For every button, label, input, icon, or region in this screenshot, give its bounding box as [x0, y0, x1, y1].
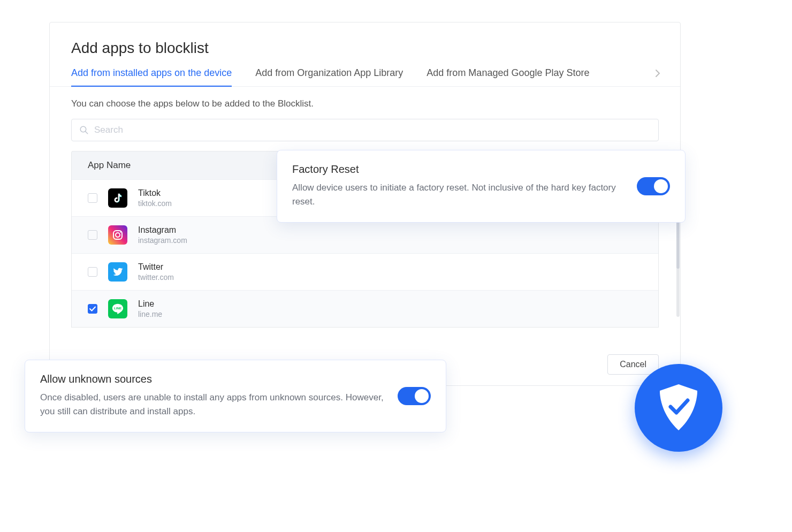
checkbox-twitter[interactable] — [88, 267, 97, 277]
app-info: Line line.me — [138, 299, 162, 318]
hint-text: You can choose the apps below to be adde… — [71, 98, 659, 109]
app-sub: line.me — [138, 310, 162, 318]
cancel-button[interactable]: Cancel — [607, 354, 659, 375]
svg-point-3 — [116, 233, 120, 237]
shield-check-icon — [656, 382, 702, 434]
app-name: Line — [138, 299, 162, 309]
app-sub: instagram.com — [138, 236, 187, 245]
svg-line-1 — [85, 131, 88, 134]
app-info: Tiktok tiktok.com — [138, 188, 172, 208]
search-input[interactable] — [94, 125, 651, 135]
checkbox-line[interactable] — [88, 304, 97, 314]
app-name: Twitter — [138, 262, 174, 272]
search-box[interactable] — [71, 119, 659, 141]
tab-managed-play[interactable]: Add from Managed Google Play Store — [427, 67, 589, 86]
svg-text:LINE: LINE — [114, 306, 121, 310]
checkbox-instagram[interactable] — [88, 230, 97, 240]
dialog-header: Add apps to blocklist — [50, 22, 680, 67]
tabs-scroll-right-icon[interactable] — [654, 69, 661, 81]
card-content: Allow unknown sources Once disabled, use… — [40, 373, 385, 419]
factory-reset-desc: Allow device users to initiate a factory… — [292, 181, 624, 209]
tab-installed-apps[interactable]: Add from installed apps on the device — [71, 67, 232, 86]
app-icon-instagram — [108, 225, 127, 245]
app-icon-tiktok — [108, 188, 127, 208]
app-name: Instagram — [138, 225, 187, 235]
unknown-sources-title: Allow unknown sources — [40, 373, 385, 385]
checkbox-tiktok[interactable] — [88, 193, 97, 203]
factory-reset-title: Factory Reset — [292, 163, 624, 176]
dialog-footer: Cancel — [607, 354, 659, 375]
app-icon-twitter — [108, 262, 127, 282]
factory-reset-toggle[interactable] — [637, 177, 670, 195]
unknown-sources-card: Allow unknown sources Once disabled, use… — [25, 360, 446, 432]
app-row-line[interactable]: LINE Line line.me — [72, 290, 658, 327]
app-icon-line: LINE — [108, 299, 127, 318]
shield-check-badge — [635, 364, 722, 452]
app-name: Tiktok — [138, 188, 172, 198]
dialog-title: Add apps to blocklist — [71, 40, 659, 57]
app-sub: tiktok.com — [138, 199, 172, 208]
tab-org-library[interactable]: Add from Organization App Library — [255, 67, 403, 86]
app-row-twitter[interactable]: Twitter twitter.com — [72, 253, 658, 290]
card-content: Factory Reset Allow device users to init… — [292, 163, 624, 209]
app-info: Instagram instagram.com — [138, 225, 187, 245]
unknown-sources-toggle[interactable] — [398, 387, 431, 405]
app-sub: twitter.com — [138, 273, 174, 282]
search-icon — [79, 125, 89, 135]
tabs-bar: Add from installed apps on the device Ad… — [50, 67, 680, 87]
factory-reset-card: Factory Reset Allow device users to init… — [277, 150, 686, 223]
svg-point-4 — [120, 231, 121, 232]
unknown-sources-desc: Once disabled, users are unable to insta… — [40, 391, 385, 419]
app-info: Twitter twitter.com — [138, 262, 174, 282]
